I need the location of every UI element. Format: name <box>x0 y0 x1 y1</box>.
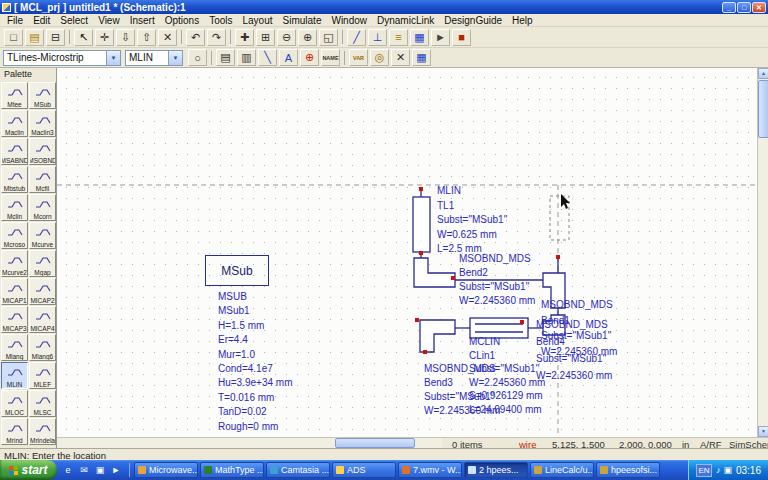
menu-edit[interactable]: Edit <box>28 15 55 26</box>
zoom-area-icon[interactable]: ⊞ <box>256 29 275 46</box>
scroll-up-icon[interactable]: ▲ <box>758 68 768 79</box>
language-indicator[interactable]: EN <box>696 464 712 477</box>
palette-item-maclin3[interactable]: Maclin3 <box>29 110 56 137</box>
palette-item-msobnd[interactable]: MSOBND <box>29 138 56 165</box>
open-design-icon[interactable]: ▤ <box>25 29 44 46</box>
start-button[interactable]: start <box>0 460 57 480</box>
component-library-icon[interactable]: ▥ <box>237 49 256 66</box>
menu-insert[interactable]: Insert <box>125 15 160 26</box>
vertical-scrollbar[interactable]: ▲ ▼ <box>757 68 768 437</box>
taskbar-button-camtasia[interactable]: Camtasia ... <box>266 462 330 478</box>
delete-icon[interactable]: ✕ <box>158 29 177 46</box>
menu-view[interactable]: View <box>93 15 125 26</box>
horizontal-scroll-thumb[interactable] <box>335 438 415 448</box>
msub-box[interactable]: MSub <box>205 255 269 286</box>
palette-item-mcurve2[interactable]: Mcurve2 <box>1 250 28 277</box>
insert-var-equation-icon[interactable]: ≡ <box>389 29 408 46</box>
push-into-hierarchy-icon[interactable]: ⇩ <box>116 29 135 46</box>
palette-item-mrindela[interactable]: Mrindela <box>29 418 56 445</box>
print-icon[interactable]: ⊟ <box>46 29 65 46</box>
schematic-canvas[interactable]: MSub MSUBMSub1H=1.5 mmEr=4.4Mur=1.0Cond=… <box>57 68 757 437</box>
taskbar-button-ads[interactable]: ADS <box>332 462 396 478</box>
palette-item-mcorn[interactable]: Mcorn <box>29 194 56 221</box>
palette-item-maclin[interactable]: Maclin <box>1 110 28 137</box>
zoom-out-icon[interactable]: ⊖ <box>277 29 296 46</box>
palette-item-msub[interactable]: MSub <box>29 82 56 109</box>
measurement-equation-icon[interactable]: ◎ <box>370 49 389 66</box>
insert-wire-icon[interactable]: ╱ <box>347 29 366 46</box>
palette-item-mtee[interactable]: Mtee <box>1 82 28 109</box>
bend2-parameters[interactable]: MSOBND_MDSBend2Subst="MSub1"W=2.245360 m… <box>459 252 535 308</box>
menu-file[interactable]: File <box>2 15 28 26</box>
display-item-parameters-icon[interactable]: ▤ <box>216 49 235 66</box>
outlook-icon[interactable]: ✉ <box>77 463 91 477</box>
menu-help[interactable]: Help <box>507 15 538 26</box>
palette-item-mbstub[interactable]: Mbstub <box>1 166 28 193</box>
menu-options[interactable]: Options <box>160 15 204 26</box>
goto-reference-icon[interactable]: ⊕ <box>300 49 319 66</box>
tray-network-icon[interactable]: ▣ <box>723 465 732 475</box>
minimize-button[interactable]: _ <box>722 2 736 13</box>
palette-item-micap3[interactable]: MICAP3 <box>1 306 28 333</box>
new-design-icon[interactable]: □ <box>4 29 23 46</box>
maximize-button[interactable]: □ <box>737 2 751 13</box>
palette-item-msabnd[interactable]: MSABND <box>1 138 28 165</box>
pop-out-hierarchy-icon[interactable]: ⇧ <box>137 29 156 46</box>
menu-tools[interactable]: Tools <box>204 15 237 26</box>
view-all-icon[interactable]: ◱ <box>319 29 338 46</box>
insert-ground-icon[interactable]: ⊥ <box>368 29 387 46</box>
menu-designguide[interactable]: DesignGuide <box>439 15 507 26</box>
palette-item-micap2[interactable]: MICAP2 <box>29 278 56 305</box>
palette-item-mrind[interactable]: Mrind <box>1 418 28 445</box>
zoom-in-icon[interactable]: ⊕ <box>298 29 317 46</box>
pointer-icon[interactable]: ↖ <box>74 29 93 46</box>
redo-icon[interactable]: ↷ <box>207 29 226 46</box>
palette-item-micap1[interactable]: MICAP1 <box>1 278 28 305</box>
taskbar-button-mathtype[interactable]: MathType ... <box>200 462 264 478</box>
palette-item-mclin[interactable]: Mclin <box>1 194 28 221</box>
palette-item-mlsc[interactable]: MLSC <box>29 390 56 417</box>
simulate-icon[interactable]: ► <box>431 29 450 46</box>
taskbar-button-hpeesofsi[interactable]: hpeesofsi... <box>596 462 660 478</box>
deactivate-component-icon[interactable]: ✕ <box>391 49 410 66</box>
var-equation-icon[interactable]: VAR <box>349 49 368 66</box>
palette-item-mlang6[interactable]: Mlang6 <box>29 334 56 361</box>
chevron-down-icon[interactable]: ▼ <box>168 51 182 65</box>
scroll-down-icon[interactable]: ▼ <box>758 426 768 437</box>
bend3-parameters[interactable]: MSOBND_MDSBend3Subst="MSub1"W=2.245360 m… <box>424 362 500 418</box>
tray-volume-icon[interactable]: ♪ <box>716 465 721 475</box>
palette-item-mlin[interactable]: MLIN <box>1 362 28 389</box>
palette-item-mlang[interactable]: Mlang <box>1 334 28 361</box>
palette-item-mcroso[interactable]: Mcroso <box>1 222 28 249</box>
ie-icon[interactable]: e <box>61 463 75 477</box>
palette-item-mlef[interactable]: MLEF <box>29 362 56 389</box>
palette-select[interactable]: TLines-Microstrip ▼ <box>3 50 121 66</box>
tl1-parameters[interactable]: MLINTL1Subst="MSub1"W=0.625 mmL=2.5 mm <box>437 184 507 257</box>
name-node-icon[interactable]: NAME <box>321 49 340 66</box>
chevron-down-icon[interactable]: ▼ <box>106 51 120 65</box>
palette-item-mloc[interactable]: MLOC <box>1 390 28 417</box>
component-select[interactable]: MLIN ▼ <box>125 50 183 66</box>
data-display-icon[interactable]: ▦ <box>410 29 429 46</box>
taskbar-button-microwave[interactable]: Microwave... <box>134 462 198 478</box>
palette-item-mcurve[interactable]: Mcurve <box>29 222 56 249</box>
media-player-icon[interactable]: ► <box>109 463 123 477</box>
close-button[interactable]: ✕ <box>752 2 766 13</box>
stop-simulation-icon[interactable]: ■ <box>452 29 471 46</box>
wire-label-icon[interactable]: A <box>279 49 298 66</box>
menu-layout[interactable]: Layout <box>238 15 278 26</box>
bend4-parameters[interactable]: MSOBND_MDSBend4Subst="MSub1"W=2.245360 m… <box>536 316 612 384</box>
undo-icon[interactable]: ↶ <box>186 29 205 46</box>
palette-item-mgap[interactable]: Mgap <box>29 250 56 277</box>
menu-window[interactable]: Window <box>326 15 372 26</box>
palette-item-micap4[interactable]: MICAP4 <box>29 306 56 333</box>
menu-select[interactable]: Select <box>55 15 93 26</box>
move-component-icon[interactable]: ✚ <box>235 29 254 46</box>
simulation-setup-icon[interactable]: ▦ <box>412 49 431 66</box>
pan-view-icon[interactable]: ✛ <box>95 29 114 46</box>
menu-dynamiclink[interactable]: DynamicLink <box>372 15 439 26</box>
insert-wire-icon[interactable]: ╲ <box>258 49 277 66</box>
palette-item-mcfil[interactable]: Mcfil <box>29 166 56 193</box>
vertical-scroll-thumb[interactable] <box>758 80 768 138</box>
show-desktop-icon[interactable]: ▣ <box>93 463 107 477</box>
